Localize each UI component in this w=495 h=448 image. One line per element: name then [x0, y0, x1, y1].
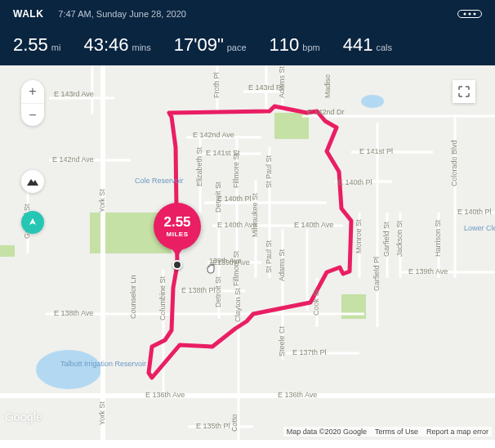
svg-text:York St: York St [98, 401, 106, 425]
svg-text:St Paul St: St Paul St [265, 155, 273, 188]
svg-point-0 [464, 13, 466, 16]
calories-value: 441 [343, 34, 373, 56]
svg-point-7 [361, 95, 384, 108]
report-error-link[interactable]: Report a map error [426, 428, 488, 436]
zoom-controls: + − [21, 80, 44, 126]
locate-icon [27, 217, 38, 228]
svg-text:Cole Reservoir: Cole Reservoir [135, 177, 184, 185]
route-end-marker [172, 260, 182, 270]
svg-text:E 142nd Ave: E 142nd Ave [193, 131, 234, 139]
zoom-out-button[interactable]: − [21, 103, 44, 126]
svg-text:E 138th Pl: E 138th Pl [181, 286, 216, 294]
terrain-button[interactable] [21, 170, 44, 193]
svg-text:E 139th Ave: E 139th Ave [408, 267, 448, 276]
svg-text:Madiso: Madiso [323, 74, 332, 98]
svg-text:Froth Pl: Froth Pl [212, 72, 221, 98]
svg-text:Fillmore St: Fillmore St [232, 250, 240, 286]
map[interactable]: Cole Reservoir Talbott Irrigation Reserv… [0, 65, 495, 440]
stat-duration: 43:46 mins [83, 34, 150, 56]
recenter-button[interactable] [21, 211, 44, 234]
svg-text:Monroe St: Monroe St [355, 219, 363, 253]
activity-header: WALK 7:47 AM, Sunday June 28, 2020 2.55 … [0, 0, 495, 65]
duration-unit: mins [132, 43, 151, 52]
svg-text:St Paul St: St Paul St [265, 240, 273, 273]
svg-text:Milwaukee St: Milwaukee St [251, 193, 259, 237]
svg-text:York St: York St [98, 189, 106, 213]
svg-text:Garfield St: Garfield St [382, 222, 390, 257]
svg-point-2 [474, 13, 476, 16]
svg-text:Harrison St: Harrison St [434, 219, 442, 257]
activity-timestamp: 7:47 AM, Sunday June 28, 2020 [58, 9, 457, 19]
stats-row: 2.55 mi 43:46 mins 17'09" pace 110 bpm 4… [13, 34, 482, 56]
more-options-button[interactable] [457, 10, 482, 18]
svg-text:E 140th Pl: E 140th Pl [338, 178, 372, 186]
stat-pace: 17'09" pace [174, 34, 247, 56]
svg-text:Talbott Irrigation Reservoir: Talbott Irrigation Reservoir [60, 360, 146, 368]
ellipsis-icon [463, 12, 476, 16]
svg-text:E 140th Pl: E 140th Pl [457, 208, 492, 216]
terms-link[interactable]: Terms of Use [375, 428, 418, 436]
hr-unit: bpm [302, 43, 319, 52]
svg-text:E 142nd Dr: E 142nd Dr [307, 108, 345, 116]
svg-text:E 142nd Ave: E 142nd Ave [52, 155, 94, 164]
svg-point-8 [36, 350, 101, 389]
svg-text:Detroit St: Detroit St [214, 181, 222, 213]
svg-text:Steele Ct: Steele Ct [278, 325, 286, 356]
svg-text:Colorado Blvd: Colorado Blvd [450, 140, 458, 186]
svg-text:Cotto: Cotto [230, 414, 239, 432]
duration-value: 43:46 [83, 34, 128, 56]
hr-value: 110 [270, 34, 300, 56]
svg-text:E139th Ave: E139th Ave [212, 258, 250, 267]
fullscreen-button[interactable] [453, 80, 475, 103]
svg-text:Detroit St: Detroit St [214, 276, 222, 307]
svg-text:Jackson St: Jackson St [395, 220, 404, 257]
svg-text:E 136th Ave: E 136th Ave [278, 391, 317, 399]
svg-text:E 135th Pl: E 135th Pl [196, 422, 230, 430]
svg-rect-6 [0, 245, 15, 257]
distance-badge: 2.55 MILES [154, 203, 201, 250]
pace-unit: pace [227, 43, 247, 52]
zoom-in-button[interactable]: + [21, 80, 44, 103]
activity-type: WALK [13, 8, 43, 20]
pace-value: 17'09" [174, 34, 224, 56]
svg-text:Garfield Pl: Garfield Pl [372, 257, 381, 291]
svg-text:Adams St: Adams St [278, 65, 286, 98]
svg-point-1 [469, 13, 471, 16]
google-logo: Google [5, 410, 42, 423]
svg-text:E 141st Pl: E 141st Pl [359, 147, 393, 155]
svg-text:Fillmore St: Fillmore St [232, 152, 240, 188]
mountain-icon [27, 177, 38, 186]
badge-value: 2.55 [163, 215, 190, 229]
stat-distance: 2.55 mi [13, 34, 60, 56]
svg-text:Columbine St: Columbine St [158, 276, 167, 320]
svg-text:Elizabeth St: Elizabeth St [195, 146, 203, 186]
map-canvas: Cole Reservoir Talbott Irrigation Reserv… [0, 65, 495, 440]
svg-text:Lower Clear Creek Reservoir: Lower Clear Creek Reservoir [464, 224, 495, 232]
svg-text:E 138th Ave: E 138th Ave [54, 309, 93, 317]
svg-text:Cook St: Cook St [312, 289, 320, 316]
map-data-text: Map data ©2020 Google [287, 428, 367, 436]
svg-text:Counselor Ln: Counselor Ln [129, 275, 137, 319]
svg-text:E 140th Ave: E 140th Ave [294, 221, 333, 229]
svg-text:Adams St: Adams St [278, 249, 286, 281]
distance-value: 2.55 [13, 34, 48, 56]
badge-unit: MILES [167, 231, 189, 238]
calories-unit: cals [376, 43, 392, 52]
distance-unit: mi [51, 43, 61, 52]
stat-calories: 441 cals [343, 34, 392, 56]
svg-text:Clayton St: Clayton St [234, 288, 242, 322]
svg-text:E 137th Pl: E 137th Pl [292, 348, 327, 356]
fullscreen-icon [458, 86, 470, 97]
svg-text:E 136th Ave: E 136th Ave [145, 391, 185, 399]
svg-text:E 140th Pl: E 140th Pl [217, 195, 252, 203]
stat-heartrate: 110 bpm [270, 34, 320, 56]
svg-text:E 143rd Ave: E 143rd Ave [54, 90, 94, 98]
map-attribution: Map data ©2020 Google Terms of Use Repor… [283, 427, 492, 437]
